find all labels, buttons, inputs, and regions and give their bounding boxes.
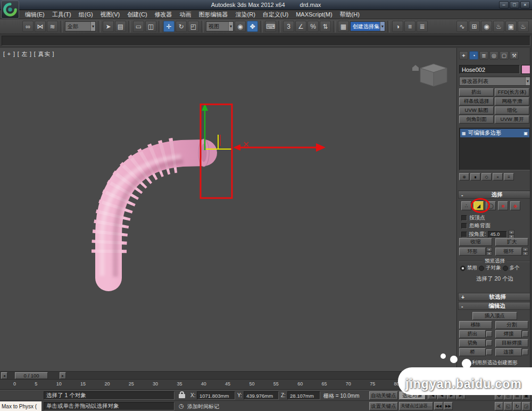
modifier-set-button[interactable]: 网格平滑: [495, 97, 529, 105]
window-crossing-icon[interactable]: ◫: [145, 21, 156, 32]
chamfer-button[interactable]: 切角: [459, 339, 486, 347]
element-subobject-icon[interactable]: ◆: [510, 201, 520, 210]
hose-object[interactable]: [102, 139, 209, 278]
menu-item[interactable]: 渲染(R): [232, 11, 259, 19]
rollout-selection-header[interactable]: - 选择: [458, 191, 531, 199]
vertex-subobject-icon[interactable]: ∴: [461, 201, 471, 210]
spinner-snap-icon[interactable]: ⇅: [320, 21, 331, 32]
make-unique-icon[interactable]: ◇: [481, 173, 492, 180]
menu-item[interactable]: 视图(V): [97, 11, 124, 19]
time-slider-next-button[interactable]: ▸: [60, 372, 66, 379]
menu-item[interactable]: 工具(T): [48, 11, 75, 19]
keyboard-shortcut-override-icon[interactable]: ⌨: [265, 21, 276, 32]
pin-stack-icon[interactable]: ⊗: [459, 173, 469, 180]
previous-key-button[interactable]: ◀◀: [434, 402, 443, 410]
bind-to-space-warp-icon[interactable]: ≋: [47, 21, 58, 32]
ignore-backfacing-checkbox[interactable]: [461, 223, 467, 229]
close-button[interactable]: ×: [520, 1, 530, 9]
by-angle-value[interactable]: 45.0: [488, 231, 507, 238]
tab-create-icon[interactable]: ✦: [459, 51, 468, 60]
modifier-stack-selected-row[interactable]: ▦ 可编辑多边形 ▣: [460, 129, 529, 137]
rectangular-selection-region-icon[interactable]: ▭: [133, 21, 144, 32]
maximize-button[interactable]: □: [510, 1, 519, 9]
spinner-down-icon[interactable]: ▾: [522, 251, 528, 256]
spinner-up-icon[interactable]: ▴: [486, 247, 492, 251]
weld-button[interactable]: 焊接: [495, 330, 522, 338]
mirror-icon[interactable]: ◑: [392, 21, 403, 32]
selection-lock-icon[interactable]: [179, 391, 185, 398]
polygon-subobject-icon[interactable]: ■: [498, 201, 508, 210]
time-slider-prev-button[interactable]: ◂: [1, 372, 7, 379]
modifier-set-button[interactable]: 倒角剖面: [459, 116, 494, 124]
select-object-icon[interactable]: ➤: [103, 21, 114, 32]
extrude-settings-button[interactable]: [486, 331, 492, 337]
grow-button[interactable]: 扩大: [495, 238, 528, 246]
menu-item[interactable]: 编辑(E): [21, 11, 48, 19]
percent-snap-icon[interactable]: %: [307, 21, 319, 32]
rendered-frame-window-icon[interactable]: ▣: [505, 21, 517, 32]
modifier-set-button[interactable]: UVW 贴图: [459, 106, 494, 114]
split-button[interactable]: 分割: [495, 321, 528, 329]
target-weld-button[interactable]: 目标焊接: [495, 339, 528, 347]
snaps-toggle-icon[interactable]: 3: [283, 21, 294, 32]
add-time-tag-label[interactable]: 添加时间标记: [187, 403, 219, 410]
ring-spinner[interactable]: ▴ ▾: [486, 247, 492, 256]
application-menu-button[interactable]: [1, 1, 19, 19]
select-and-move-icon[interactable]: ✛: [163, 21, 174, 32]
title-bar[interactable]: Autodesk 3ds Max 2012 x64 drd.max – □ ×: [0, 0, 532, 10]
tab-modify-icon[interactable]: ◔: [469, 51, 478, 60]
reference-coordinate-dropdown[interactable]: 视图 ▾: [206, 21, 234, 31]
curve-editor-icon[interactable]: ∿: [456, 21, 468, 32]
loop-spinner[interactable]: ▴ ▾: [522, 247, 528, 256]
remove-button[interactable]: 移除: [459, 321, 492, 329]
modifier-set-button[interactable]: 样条线选择: [459, 97, 494, 105]
bridge-settings-button[interactable]: [486, 349, 492, 355]
connect-button[interactable]: 连接: [495, 348, 522, 356]
menu-item[interactable]: 动画: [176, 11, 195, 19]
modifier-stack-list[interactable]: ▦ 可编辑多边形 ▣: [459, 128, 530, 170]
zoom-region-icon[interactable]: ◱: [504, 402, 512, 410]
menu-item[interactable]: 创建(C): [123, 11, 151, 19]
edit-named-selection-sets-icon[interactable]: ▦: [338, 21, 349, 32]
tab-motion-icon[interactable]: ◎: [489, 51, 498, 60]
by-vertex-checkbox[interactable]: [461, 215, 467, 221]
field-of-view-icon[interactable]: ∢: [495, 402, 503, 410]
modifier-set-button[interactable]: 挤出: [459, 88, 494, 96]
selection-filter-dropdown[interactable]: 全部 ▾: [65, 21, 96, 31]
menu-item[interactable]: 帮助(H): [336, 11, 363, 19]
remove-modifier-icon[interactable]: ×: [493, 173, 503, 180]
rollout-soft-selection-header[interactable]: + 软选择: [458, 293, 531, 301]
menu-item[interactable]: 自定义(U): [259, 11, 292, 19]
viewcube-home-icon[interactable]: [412, 65, 419, 71]
maxscript-mini-listener[interactable]: Max to Physx (: [0, 401, 41, 411]
menu-item[interactable]: 图形编辑器: [195, 11, 232, 19]
angle-snap-icon[interactable]: ∠: [295, 21, 306, 32]
ring-button[interactable]: 环形: [459, 248, 486, 256]
tab-display-icon[interactable]: ▢: [500, 51, 509, 60]
by-angle-checkbox[interactable]: [461, 232, 467, 237]
preview-disabled-radio[interactable]: [460, 266, 466, 271]
tab-utilities-icon[interactable]: ⚒: [510, 51, 519, 60]
select-and-link-icon[interactable]: ∞: [22, 21, 34, 32]
render-production-icon[interactable]: ♨: [518, 21, 529, 32]
loop-button[interactable]: 循环: [495, 248, 522, 256]
modifier-set-button[interactable]: FFD(长方体): [495, 88, 529, 96]
orbit-icon[interactable]: ↻: [513, 402, 521, 410]
schematic-view-icon[interactable]: ⊞: [469, 21, 480, 32]
weld-settings-button[interactable]: [522, 331, 528, 337]
next-key-button[interactable]: ▶▶: [444, 402, 453, 410]
modifier-set-button[interactable]: UVW 展开: [495, 116, 529, 124]
insert-vertex-button[interactable]: 插入顶点: [472, 312, 517, 320]
select-and-rotate-icon[interactable]: ↻: [176, 21, 187, 32]
panel-scrollbar[interactable]: [530, 48, 532, 371]
key-filters-button[interactable]: 关键点过滤器...: [399, 402, 433, 410]
select-and-manipulate-icon[interactable]: ✥: [247, 21, 258, 32]
shrink-button[interactable]: 收缩: [459, 238, 492, 246]
z-coordinate-field[interactable]: 28.107mm: [287, 391, 320, 400]
material-editor-icon[interactable]: ◉: [481, 21, 492, 32]
extrude-button[interactable]: 挤出: [459, 330, 486, 338]
time-tag-icon[interactable]: ◷: [179, 402, 184, 409]
viewport-scene[interactable]: [0, 48, 456, 371]
stack-item-utility-icon[interactable]: ▣: [523, 131, 528, 136]
by-angle-spinner[interactable]: ▴ ▾: [509, 230, 514, 239]
